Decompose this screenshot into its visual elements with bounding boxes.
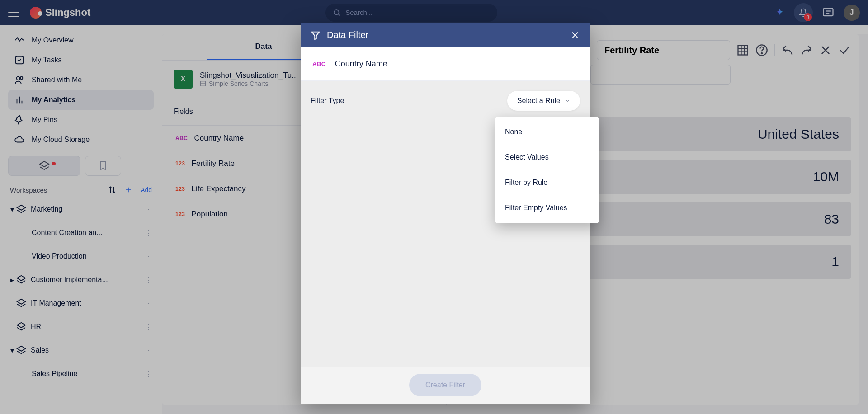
more-icon[interactable]: ⋮	[145, 299, 153, 308]
nav-my-pins[interactable]: My Pins	[8, 110, 154, 130]
user-avatar[interactable]: J	[844, 5, 860, 21]
svg-marker-14	[17, 205, 25, 210]
number-type-icon: 123	[175, 186, 185, 192]
viz-title-input[interactable]: Fertility Rate	[597, 40, 730, 60]
undo-icon[interactable]	[781, 44, 794, 56]
hamburger-icon[interactable]	[8, 9, 19, 17]
field-label: Fertility Rate	[192, 159, 235, 168]
modal-footer: Create Filter	[301, 367, 590, 404]
nav-my-tasks[interactable]: My Tasks	[8, 50, 154, 70]
more-icon[interactable]: ⋮	[145, 229, 153, 237]
redo-icon[interactable]	[800, 44, 813, 56]
abc-type-icon: ABC	[175, 135, 188, 141]
left-sidebar: My Overview My Tasks Shared with Me My A…	[0, 25, 162, 414]
help-icon[interactable]	[755, 44, 768, 56]
nav-label: My Analytics	[32, 96, 75, 104]
workspace-label: Sales	[31, 346, 49, 354]
fields-label: Fields	[174, 108, 193, 116]
more-icon[interactable]: ⋮	[145, 346, 153, 355]
modal-header: Data Filter	[301, 23, 590, 47]
field-label: Population	[192, 210, 228, 219]
workspace-label: HR	[31, 323, 41, 331]
svg-point-31	[761, 53, 762, 54]
workspace-customer-implementation[interactable]: ▸ Customer Implementa... ⋮	[4, 268, 158, 292]
layers-icon	[16, 298, 26, 308]
search-input[interactable]	[345, 9, 490, 16]
close-icon[interactable]	[570, 30, 580, 40]
workspace-hr[interactable]: HR ⋮	[4, 315, 158, 339]
add-workspace-label[interactable]: Add	[141, 186, 152, 193]
people-icon	[14, 75, 24, 85]
chevron-down-icon	[565, 98, 570, 104]
activity-dot-icon	[52, 162, 56, 165]
screen-root: Slingshot 3 J My Overview	[0, 0, 868, 414]
workspace-label: Video Production	[32, 252, 87, 260]
svg-marker-34	[312, 32, 320, 39]
nav-my-cloud-storage[interactable]: My Cloud Storage	[8, 130, 154, 150]
sort-icon[interactable]	[108, 186, 116, 194]
menu-filter-by-rule[interactable]: Filter by Rule	[495, 170, 599, 195]
svg-line-1	[339, 14, 340, 15]
svg-rect-2	[824, 8, 833, 15]
nav-label: My Overview	[32, 36, 73, 44]
filter-field-row: ABC Country Name	[301, 47, 590, 81]
funnel-icon	[311, 30, 321, 40]
number-type-icon: 123	[175, 160, 185, 167]
sheet-name: Simple Series Charts	[209, 80, 269, 87]
more-icon[interactable]: ⋮	[145, 276, 153, 284]
more-icon[interactable]: ⋮	[145, 252, 153, 261]
workspace-content-creation[interactable]: Content Creation an... ⋮	[4, 221, 158, 245]
layers-view-toggle[interactable]	[8, 156, 80, 176]
data-source-name: Slingshot_Visualization_Tu...	[200, 71, 298, 80]
filter-type-label: Filter Type	[311, 97, 344, 105]
workspace-label: Customer Implementa...	[31, 276, 108, 284]
field-label: Life Expectancy	[192, 184, 246, 193]
excel-icon: X	[174, 70, 193, 89]
bookmarks-view-toggle[interactable]	[85, 156, 121, 176]
global-search[interactable]	[326, 4, 497, 22]
notifications-button[interactable]: 3	[794, 3, 813, 22]
viz-description-input[interactable]	[590, 65, 731, 85]
workspace-it-management[interactable]: IT Management ⋮	[4, 292, 158, 315]
layers-icon	[39, 160, 50, 171]
filter-type-select[interactable]: Select a Rule	[507, 91, 580, 111]
svg-rect-25	[738, 46, 748, 55]
grid-icon	[200, 80, 206, 87]
pin-icon	[14, 115, 24, 125]
topbar-actions: 3 J	[775, 3, 860, 22]
svg-point-0	[334, 10, 339, 15]
nav-my-analytics[interactable]: My Analytics	[8, 90, 154, 110]
workspace-video-production[interactable]: Video Production ⋮	[4, 245, 158, 268]
workspace-label: Marketing	[31, 205, 62, 213]
chevron-down-icon: ▾	[9, 205, 15, 214]
menu-filter-empty-values[interactable]: Filter Empty Values	[495, 195, 599, 221]
nav-shared-with-me[interactable]: Shared with Me	[8, 70, 154, 90]
confirm-icon[interactable]	[838, 44, 851, 56]
grid-view-icon[interactable]	[736, 44, 749, 56]
svg-marker-11	[40, 161, 49, 167]
notification-badge: 3	[804, 13, 812, 21]
close-icon[interactable]	[819, 44, 832, 56]
more-icon[interactable]: ⋮	[145, 370, 153, 378]
workspaces-label: Workspaces	[10, 186, 47, 194]
create-filter-button[interactable]: Create Filter	[409, 374, 481, 396]
brand-logo[interactable]: Slingshot	[30, 7, 90, 19]
plus-icon[interactable]	[124, 186, 132, 194]
workspaces-header: Workspaces Add	[0, 176, 162, 198]
ai-assistant-icon[interactable]	[775, 8, 785, 18]
svg-marker-18	[17, 346, 25, 351]
nav-my-overview[interactable]: My Overview	[8, 30, 154, 50]
menu-none[interactable]: None	[495, 119, 599, 145]
workspace-marketing[interactable]: ▾ Marketing ⋮	[4, 198, 158, 221]
layers-icon	[16, 204, 26, 214]
workspace-sales-pipeline[interactable]: Sales Pipeline ⋮	[4, 362, 158, 386]
more-icon[interactable]: ⋮	[145, 205, 153, 214]
menu-select-values[interactable]: Select Values	[495, 145, 599, 170]
chevron-right-icon: ▸	[9, 276, 15, 284]
chat-icon[interactable]	[822, 6, 835, 19]
layers-icon	[16, 275, 26, 285]
more-icon[interactable]: ⋮	[145, 323, 153, 331]
brand-name: Slingshot	[45, 7, 90, 19]
workspace-sales[interactable]: ▾ Sales ⋮	[4, 339, 158, 362]
svg-rect-5	[16, 56, 24, 64]
